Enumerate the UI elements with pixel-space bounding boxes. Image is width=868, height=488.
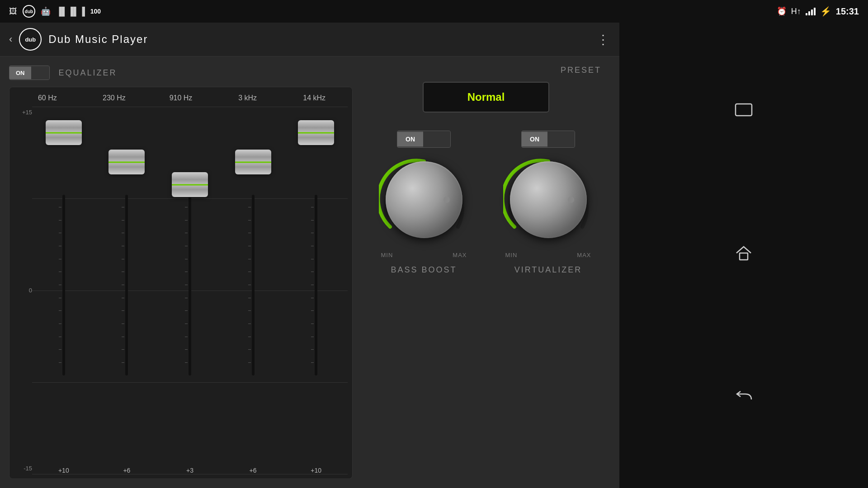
status-icons-right: ⏰ H↑ ⚡ 15:31 — [777, 6, 859, 17]
eq-toggle-on[interactable]: ON — [9, 67, 31, 79]
bass-boost-max-label: MAX — [453, 252, 467, 258]
slider-value-14khz: +10 — [311, 467, 321, 474]
bass-boost-toggle-on[interactable]: ON — [397, 132, 423, 146]
virtualizer-label: VIRTUALIZER — [514, 265, 582, 275]
bass-boost-label: BASS BOOST — [391, 265, 457, 275]
effects-row: ON — [362, 122, 610, 275]
fader-line-230hz — [108, 161, 145, 163]
slider-track-container-3khz[interactable] — [226, 107, 280, 463]
slider-60hz[interactable]: +10 — [37, 107, 91, 474]
eq-sliders-container: +15 0 -15 — [14, 107, 348, 474]
fader-thumb-14khz[interactable] — [298, 120, 334, 145]
svg-rect-0 — [736, 104, 752, 116]
app-logo: dub — [19, 28, 42, 51]
app-header: ‹ dub Dub Music Player ⋮ — [0, 23, 619, 56]
preset-name: Normal — [467, 91, 505, 103]
right-section: PRESET Normal ON — [362, 66, 610, 479]
slider-track-230hz — [125, 195, 128, 375]
virtualizer-toggle-on[interactable]: ON — [522, 132, 547, 146]
virtualizer-indicator — [568, 197, 574, 203]
fader-thumb-910hz[interactable] — [172, 172, 208, 197]
android-icon: 🤖 — [41, 6, 51, 16]
fader-line-910hz — [172, 184, 208, 185]
status-icons-left: 🖼 dub 🤖 ▐▌▐▌▐ 100 — [9, 5, 101, 18]
virtualizer-min-max: MIN MAX — [503, 252, 594, 258]
fader-thumb-3khz[interactable] — [235, 150, 271, 174]
bass-boost-min-max: MIN MAX — [379, 252, 469, 258]
sliders-area: +10 — [32, 107, 348, 474]
nav-home-button[interactable] — [735, 245, 752, 265]
virtualizer-knob-body[interactable] — [510, 161, 587, 238]
virtualizer-unit: ON MIN MAX — [503, 131, 594, 275]
slider-value-230hz: +6 — [123, 467, 130, 474]
equalizer-section: ON EQUALIZER 60 Hz 230 Hz 910 Hz 3 kHz 1… — [9, 66, 353, 479]
back-button[interactable]: ‹ — [9, 33, 12, 45]
slider-track-container-230hz[interactable] — [99, 107, 154, 463]
app-container: ‹ dub Dub Music Player ⋮ ON EQUALIZER 60… — [0, 23, 619, 488]
y-axis: +15 0 -15 — [14, 107, 32, 474]
bass-boost-toggle-off[interactable] — [423, 131, 450, 147]
overflow-menu-button[interactable]: ⋮ — [597, 32, 610, 47]
slider-track-container-14khz[interactable] — [289, 107, 343, 463]
freq-label-910hz: 910 Hz — [154, 94, 208, 102]
bass-boost-knob-body[interactable] — [386, 161, 462, 238]
freq-label-230hz: 230 Hz — [87, 94, 141, 102]
equalizer-label: EQUALIZER — [59, 68, 117, 78]
nav-tablet-button[interactable] — [735, 103, 753, 120]
preset-button[interactable]: Normal — [423, 82, 549, 113]
slider-track-container-60hz[interactable] — [37, 107, 91, 463]
battery-icon: ⚡ — [820, 6, 831, 17]
eq-toggle-off[interactable] — [31, 66, 49, 80]
signal-icon: H↑ — [791, 7, 801, 16]
eq-toggle[interactable]: ON — [9, 66, 50, 80]
slider-value-910hz: +3 — [186, 467, 193, 474]
svg-rect-1 — [740, 253, 748, 260]
freq-label-3khz: 3 kHz — [221, 94, 275, 102]
slider-14khz[interactable]: +10 — [289, 107, 343, 474]
fader-thumb-60hz[interactable] — [46, 120, 82, 145]
slider-910hz[interactable]: +3 — [163, 107, 217, 474]
y-label-mid: 0 — [14, 287, 32, 294]
freq-label-60hz: 60 Hz — [20, 94, 75, 102]
bass-boost-unit: ON — [379, 131, 469, 275]
eq-graph: 60 Hz 230 Hz 910 Hz 3 kHz 14 kHz +15 0 -… — [9, 87, 353, 479]
virtualizer-toggle-off[interactable] — [547, 131, 575, 147]
freq-label-14khz: 14 kHz — [287, 94, 341, 102]
bass-boost-knob[interactable] — [379, 155, 469, 245]
hundred-icon: 100 — [90, 8, 101, 15]
alarm-icon: ⏰ — [777, 6, 787, 16]
slider-value-3khz: +6 — [250, 467, 257, 474]
nav-back-button[interactable] — [734, 389, 753, 408]
preset-section: PRESET Normal — [362, 66, 610, 113]
bass-boost-min-label: MIN — [381, 252, 393, 258]
status-time: 15:31 — [836, 6, 859, 17]
slider-track-910hz — [189, 195, 191, 375]
virtualizer-knob[interactable] — [503, 155, 594, 245]
fader-thumb-230hz[interactable] — [108, 150, 145, 174]
eq-header: ON EQUALIZER — [9, 66, 353, 80]
virtualizer-min-label: MIN — [505, 252, 518, 258]
fader-line-14khz — [298, 132, 334, 133]
signal-bars — [806, 8, 816, 15]
slider-value-60hz: +10 — [58, 467, 69, 474]
fader-line-3khz — [235, 161, 271, 163]
slider-track-3khz — [252, 195, 255, 375]
fader-line-60hz — [46, 132, 82, 133]
slider-3khz[interactable]: +6 — [226, 107, 280, 474]
barcode-icon: ▐▌▐▌▐ — [56, 7, 85, 16]
slider-230hz[interactable]: +6 — [99, 107, 154, 474]
slider-track-container-910hz[interactable] — [163, 107, 217, 463]
y-label-top: +15 — [14, 109, 32, 116]
slider-track-60hz — [62, 195, 65, 375]
virtualizer-toggle[interactable]: ON — [521, 131, 575, 148]
bass-boost-toggle[interactable]: ON — [397, 131, 451, 148]
app-title: Dub Music Player — [48, 33, 148, 46]
nav-sidebar — [619, 23, 868, 488]
virtualizer-max-label: MAX — [577, 252, 591, 258]
preset-label: PRESET — [561, 66, 601, 75]
slider-track-14khz — [315, 195, 317, 375]
app-header-left: ‹ dub Dub Music Player — [9, 28, 148, 51]
photo-icon: 🖼 — [9, 7, 17, 16]
dub-app-icon: dub — [23, 5, 35, 18]
bass-boost-indicator — [443, 197, 450, 203]
